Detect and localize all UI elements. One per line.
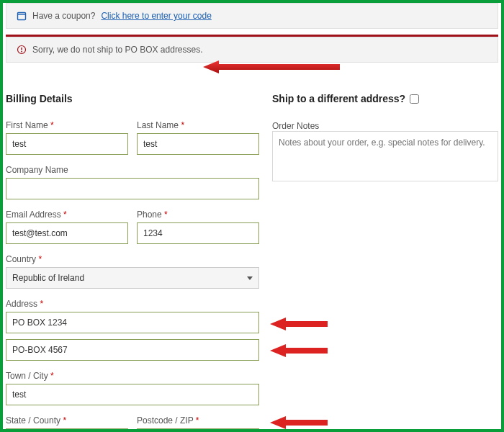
billing-heading: Billing Details — [6, 93, 259, 104]
error-message: Sorry, we do not ship to PO BOX addresse… — [32, 45, 203, 55]
country-label: Country * — [6, 254, 259, 264]
postcode-label: Postcode / ZIP * — [137, 415, 259, 426]
error-alert: Sorry, we do not ship to PO BOX addresse… — [6, 37, 498, 63]
billing-column: Billing Details First Name * Last Name *… — [6, 93, 259, 432]
shipping-heading: Ship to a different address? — [272, 93, 498, 104]
first-name-field[interactable] — [6, 133, 128, 155]
address2-field[interactable] — [6, 339, 259, 361]
email-field[interactable] — [6, 222, 128, 244]
coupon-link[interactable]: Click here to enter your code — [101, 11, 211, 21]
last-name-field[interactable] — [137, 133, 259, 155]
country-value: Republic of Ireland — [12, 273, 84, 283]
last-name-label: Last Name * — [137, 120, 259, 130]
postcode-field[interactable] — [137, 428, 259, 432]
phone-field[interactable] — [137, 222, 259, 244]
phone-label: Phone * — [137, 210, 259, 220]
town-field[interactable] — [6, 384, 259, 405]
town-label: Town / City * — [6, 371, 259, 381]
chevron-down-icon — [247, 276, 253, 280]
error-icon — [17, 45, 27, 55]
order-notes-field[interactable] — [272, 131, 498, 181]
first-name-label: First Name * — [6, 120, 128, 130]
email-label: Email Address * — [6, 210, 128, 220]
state-label: State / County * — [6, 415, 128, 426]
ship-different-checkbox[interactable] — [410, 94, 419, 104]
address1-field[interactable] — [6, 312, 259, 333]
shipping-column: Ship to a different address? Order Notes — [272, 93, 498, 432]
country-select[interactable]: Republic of Ireland — [6, 267, 259, 289]
company-label: Company Name — [6, 165, 259, 175]
state-field[interactable] — [6, 428, 128, 432]
order-notes-label: Order Notes — [272, 121, 319, 131]
svg-rect-0 — [18, 13, 26, 20]
coupon-notice: Have a coupon? Click here to enter your … — [6, 3, 498, 29]
address-label: Address * — [6, 299, 259, 309]
company-field[interactable] — [6, 178, 259, 199]
calendar-icon — [17, 11, 27, 21]
checkout-frame: Have a coupon? Click here to enter your … — [0, 0, 504, 432]
svg-point-4 — [21, 51, 22, 53]
coupon-prompt: Have a coupon? — [32, 11, 95, 21]
